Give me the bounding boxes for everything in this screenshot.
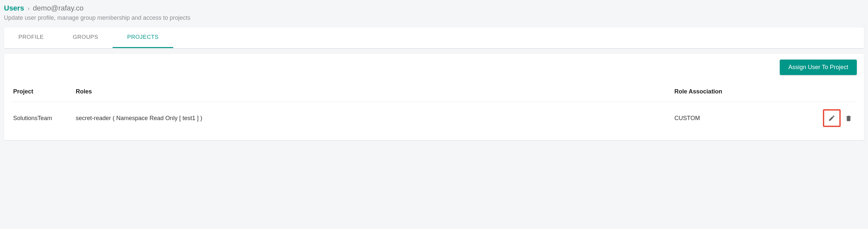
projects-table: Project Roles Role Association Solutions… xyxy=(11,84,857,134)
cell-role-association: CUSTOM xyxy=(673,102,811,135)
toolbar: Assign User To Project xyxy=(11,60,857,75)
breadcrumb: Users › demo@rafay.co xyxy=(4,4,864,12)
table-row: SolutionsTeam secret-reader ( Namespace … xyxy=(11,102,857,135)
breadcrumb-root[interactable]: Users xyxy=(4,4,24,12)
tab-groups[interactable]: GROUPS xyxy=(58,27,113,48)
tab-projects[interactable]: PROJECTS xyxy=(113,27,173,48)
page-subtitle: Update user profile, manage group member… xyxy=(4,14,864,22)
delete-button[interactable] xyxy=(842,112,855,124)
column-header-project: Project xyxy=(11,84,74,102)
projects-panel: Assign User To Project Project Roles Rol… xyxy=(4,54,864,140)
column-header-actions xyxy=(811,84,857,102)
cell-project: SolutionsTeam xyxy=(11,102,74,135)
pencil-icon xyxy=(828,115,835,122)
breadcrumb-current: demo@rafay.co xyxy=(33,4,84,12)
edit-button[interactable] xyxy=(825,111,839,125)
cell-roles: secret-reader ( Namespace Read Only [ te… xyxy=(74,102,673,135)
highlight-annotation xyxy=(823,109,841,127)
tab-profile[interactable]: PROFILE xyxy=(4,27,58,48)
tab-bar: PROFILE GROUPS PROJECTS xyxy=(4,27,864,48)
cell-actions xyxy=(811,102,857,135)
column-header-roles: Roles xyxy=(74,84,673,102)
assign-user-to-project-button[interactable]: Assign User To Project xyxy=(780,60,857,75)
trash-icon xyxy=(845,115,852,122)
breadcrumb-separator: › xyxy=(27,5,30,12)
column-header-role-association: Role Association xyxy=(673,84,811,102)
